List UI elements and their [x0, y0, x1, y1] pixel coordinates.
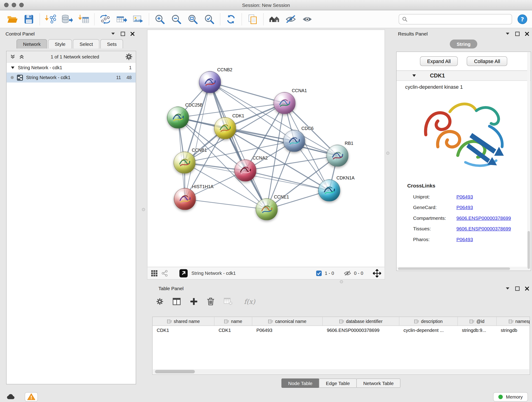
crosslink-value-link[interactable]: P06493 [456, 204, 473, 210]
crosslink-value-link[interactable]: 9606.ENSP00000378699 [456, 226, 511, 231]
grid-view-icon[interactable] [151, 270, 158, 277]
results-horizontal-scrollbar[interactable] [397, 267, 527, 270]
minimize-window-button[interactable] [12, 3, 16, 7]
birdseye-view-icon[interactable] [161, 270, 168, 277]
control-tab-style[interactable]: Style [48, 39, 72, 49]
table-tab-network-table[interactable]: Network Table [356, 379, 400, 388]
crosslink-value-link[interactable]: P06493 [456, 236, 473, 242]
column-header-name[interactable]: name [215, 317, 252, 326]
panel-float-icon[interactable] [515, 32, 520, 36]
crosslink-value-link[interactable]: P06493 [456, 194, 473, 199]
zoom-out-button[interactable] [168, 12, 185, 26]
export-image-button[interactable] [130, 12, 146, 26]
panel-float-icon[interactable] [121, 32, 125, 36]
hide-details-button[interactable] [283, 12, 299, 26]
panel-close-icon[interactable] [525, 32, 530, 36]
panel-menu-icon[interactable] [505, 32, 510, 36]
apply-layout-button[interactable] [223, 12, 239, 26]
table-tab-edge-table[interactable]: Edge Table [319, 379, 357, 388]
zoom-fit-content-button[interactable] [185, 12, 201, 26]
vertical-splitter-handle[interactable] [142, 208, 145, 211]
table-tab-node-table[interactable]: Node Table [281, 379, 319, 388]
expand-all-icon[interactable] [19, 54, 25, 60]
show-details-button[interactable] [299, 12, 316, 26]
show-columns-icon[interactable] [172, 298, 181, 305]
network-node-RB1[interactable] [326, 145, 348, 167]
network-node-CCNA1[interactable] [273, 92, 296, 114]
clone-network-button[interactable] [244, 12, 261, 26]
horizontal-splitter-handle[interactable] [340, 280, 343, 283]
memory-button[interactable]: Memory [493, 392, 528, 402]
network-node-HIST1H1A[interactable] [174, 188, 196, 210]
section-collapse-icon[interactable] [412, 74, 416, 77]
save-session-button[interactable] [21, 12, 37, 26]
tree-expand-icon[interactable] [11, 66, 15, 69]
column-header-database-identifier[interactable]: database identifier [323, 317, 399, 326]
protein-section-header[interactable]: CDK1 [397, 70, 531, 81]
import-network-from-database-button[interactable] [59, 12, 75, 26]
open-session-button[interactable] [4, 12, 21, 26]
import-table-from-file-button[interactable] [75, 12, 92, 26]
column-header-@id[interactable]: @id [458, 317, 497, 326]
crosslink-value-link[interactable]: 9606.ENSP00000378699 [456, 215, 511, 220]
tab-string[interactable]: String [450, 40, 477, 49]
column-header-canonical-name[interactable]: canonical name [252, 317, 323, 326]
collapse-all-icon[interactable] [10, 54, 16, 60]
column-header-namespac[interactable]: namespac [497, 317, 530, 326]
delete-column-icon[interactable] [207, 298, 215, 306]
vertical-splitter-handle[interactable] [386, 152, 389, 155]
network-node-CCNB1[interactable] [174, 152, 196, 174]
zoom-window-button[interactable] [19, 3, 24, 7]
new-network-button[interactable] [97, 12, 114, 26]
network-edge[interactable] [185, 199, 267, 210]
results-vertical-scrollbar[interactable] [527, 52, 530, 270]
panel-menu-icon[interactable] [505, 287, 510, 290]
home-button[interactable] [266, 12, 283, 26]
selected-checkbox-icon[interactable] [316, 270, 322, 276]
network-node-CDKN1A[interactable] [318, 179, 340, 201]
network-row-selected[interactable]: String Network - cdk1 11 48 [7, 73, 136, 83]
panel-close-icon[interactable] [130, 32, 135, 36]
control-tab-network[interactable]: Network [17, 39, 47, 49]
panel-close-icon[interactable] [525, 286, 530, 291]
network-edge[interactable] [210, 82, 267, 210]
fit-selected-crosshair-icon[interactable] [373, 269, 381, 277]
network-node-CCNB2[interactable] [199, 71, 221, 93]
network-node-CDC25B[interactable] [167, 107, 189, 128]
network-node-CDC6[interactable] [283, 130, 305, 152]
zoom-in-button[interactable] [152, 12, 168, 26]
hidden-eye-slash-icon[interactable] [344, 270, 351, 276]
detach-view-button[interactable] [179, 269, 188, 278]
panel-float-icon[interactable] [515, 286, 520, 291]
search-box[interactable] [399, 14, 512, 24]
scrollbar-thumb[interactable] [155, 370, 195, 373]
column-header-description[interactable]: description [399, 317, 458, 326]
network-node-CCNA2[interactable] [234, 160, 256, 182]
panel-menu-icon[interactable] [111, 32, 115, 36]
column-header-shared-name[interactable]: shared name [152, 317, 215, 326]
network-options-gear-icon[interactable] [126, 53, 133, 60]
network-collection-row[interactable]: String Network - cdk1 1 [7, 63, 136, 73]
control-tab-select[interactable]: Select [73, 39, 99, 49]
new-table-button[interactable] [114, 12, 130, 26]
network-edge[interactable] [210, 82, 285, 103]
network-node-CDK1[interactable] [214, 117, 236, 139]
network-edge[interactable] [185, 82, 210, 199]
table-horizontal-scrollbar[interactable] [153, 369, 530, 374]
import-network-from-file-button[interactable] [42, 12, 59, 26]
help-button[interactable]: ? [517, 13, 528, 25]
add-column-icon[interactable] [190, 298, 198, 305]
table-row[interactable]: CDK1CDK1P064939606.ENSP00000378699cyclin… [152, 326, 530, 335]
control-tab-sets[interactable]: Sets [101, 39, 123, 49]
toolbar-search-input[interactable] [410, 17, 509, 22]
close-window-button[interactable] [4, 3, 9, 7]
table-settings-gear-icon[interactable] [157, 298, 163, 305]
zoom-selected-button[interactable] [201, 12, 218, 26]
collapse-all-button[interactable]: Collapse All [467, 56, 507, 66]
network-node-CCNE1[interactable] [256, 198, 278, 220]
warnings-button[interactable] [25, 392, 38, 402]
network-edge[interactable] [245, 171, 329, 191]
network-canvas[interactable]: CCNB2CCNA1CDC25BCDK1CDC6RB1CCNB1CCNA2CDK… [147, 30, 385, 267]
expand-all-button[interactable]: Expand All [420, 56, 458, 66]
cloud-status-button[interactable] [4, 392, 17, 402]
